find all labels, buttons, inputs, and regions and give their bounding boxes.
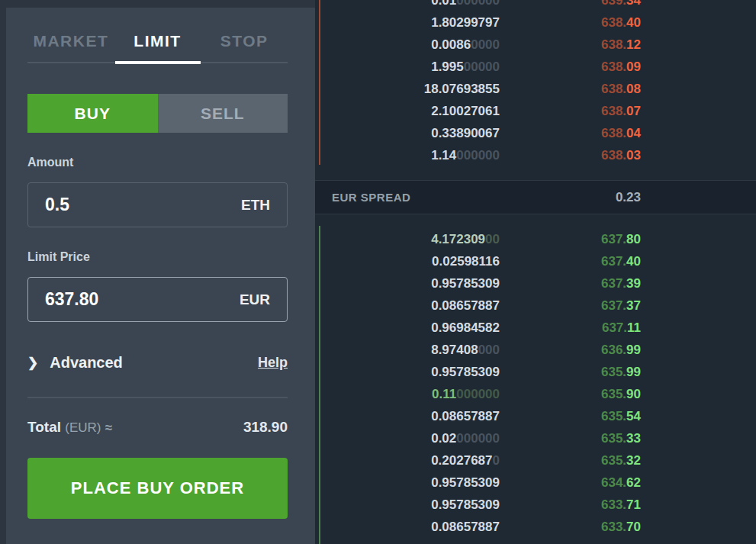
buy-button[interactable]: BUY (27, 94, 158, 133)
total-value: 318.90 (243, 419, 288, 436)
amount-field[interactable]: ETH (27, 182, 288, 227)
spread-label: EUR SPREAD (332, 191, 410, 204)
bid-row[interactable]: 4.17230900637.80 (315, 228, 756, 250)
order-form-panel: MARKET LIMIT STOP BUY SELL Amount ETH Li… (6, 8, 315, 544)
bid-row[interactable]: 0.95785309635.99 (315, 361, 756, 383)
order-size: 1.14000000 (315, 144, 500, 166)
approx-symbol: ≈ (105, 420, 112, 435)
order-size: 0.96984582 (315, 317, 500, 339)
order-size: 0.02000000 (315, 427, 500, 449)
order-price: 635.54 (500, 405, 641, 427)
place-buy-order-button[interactable]: PLACE BUY ORDER (27, 458, 288, 519)
spread-row: EUR SPREAD 0.23 (315, 180, 756, 214)
order-price: 638.03 (500, 144, 641, 166)
order-size: 0.11000000 (315, 383, 500, 405)
limit-price-unit: EUR (240, 291, 270, 308)
order-price: 638.08 (500, 78, 641, 100)
order-price: 633.70 (500, 516, 641, 538)
buy-sell-toggle: BUY SELL (27, 94, 288, 133)
order-size: 0.08657887 (315, 516, 500, 538)
order-price: 638.40 (500, 11, 641, 34)
order-size: 0.95785309 (315, 272, 500, 295)
spread-value: 0.23 (616, 190, 641, 205)
order-price: 638.09 (500, 56, 641, 78)
order-size: 0.20276870 (315, 449, 500, 472)
bid-row[interactable]: 8.97408000636.99 (315, 339, 756, 361)
amount-input[interactable] (45, 195, 241, 215)
order-type-tabs: MARKET LIMIT STOP (27, 32, 288, 50)
order-size: 0.02598116 (315, 250, 500, 272)
order-book: 0.01000000639.341.80299797638.400.008600… (315, 0, 756, 544)
bid-row[interactable]: 0.02598116637.40 (315, 250, 756, 272)
order-size: 1.99500000 (315, 56, 500, 78)
order-size: 0.08657887 (315, 295, 500, 317)
bid-row[interactable]: 0.08657887633.70 (315, 516, 756, 538)
order-size: 0.08657887 (315, 405, 500, 427)
ask-row[interactable]: 18.07693855638.08 (315, 78, 756, 100)
order-size: 0.26620003 (315, 538, 500, 544)
tab-market[interactable]: MARKET (27, 32, 114, 50)
bid-row[interactable]: 0.08657887635.54 (315, 405, 756, 427)
order-price: 635.32 (500, 449, 641, 472)
bids-list: 4.17230900637.800.02598116637.400.957853… (315, 228, 756, 544)
ask-row[interactable]: 0.01000000639.34 (315, 0, 756, 11)
order-size: 0.95785309 (315, 361, 500, 383)
sell-button[interactable]: SELL (158, 94, 288, 133)
bid-row[interactable]: 0.96984582637.11 (315, 317, 756, 339)
order-price: 635.33 (500, 427, 641, 449)
ask-row[interactable]: 0.33890067638.04 (315, 122, 756, 144)
order-price: 637.39 (500, 272, 641, 295)
bid-row[interactable]: 0.95785309633.71 (315, 494, 756, 516)
tab-stop[interactable]: STOP (201, 32, 288, 50)
tab-limit[interactable]: LIMIT (114, 32, 201, 50)
order-price: 633.11 (500, 538, 641, 544)
bid-row[interactable]: 0.26620003633.11 (315, 538, 756, 544)
order-size: 2.10027061 (315, 100, 500, 122)
ask-row[interactable]: 1.99500000638.09 (315, 56, 756, 78)
bid-row[interactable]: 0.11000000635.90 (315, 383, 756, 405)
asks-list: 0.01000000639.341.80299797638.400.008600… (315, 0, 756, 166)
total-currency: (EUR) (65, 420, 101, 435)
bid-row[interactable]: 0.20276870635.32 (315, 449, 756, 472)
order-price: 637.40 (500, 250, 641, 272)
order-price: 636.99 (500, 339, 641, 361)
order-price: 633.71 (500, 494, 641, 516)
order-size: 8.97408000 (315, 339, 500, 361)
bid-row[interactable]: 0.08657887637.37 (315, 295, 756, 317)
bid-row[interactable]: 0.95785309634.62 (315, 472, 756, 494)
order-size: 1.80299797 (315, 11, 500, 34)
limit-price-field[interactable]: EUR (27, 277, 288, 322)
help-link[interactable]: Help (258, 355, 288, 371)
order-price: 639.34 (500, 0, 641, 11)
bid-row[interactable]: 0.95785309637.39 (315, 272, 756, 295)
divider (27, 397, 288, 398)
order-price: 638.04 (500, 122, 641, 144)
bids-depth-line (319, 226, 320, 544)
order-size: 18.07693855 (315, 78, 500, 100)
amount-label: Amount (27, 156, 288, 169)
total-row: Total (EUR) ≈ 318.90 (27, 419, 288, 436)
order-size: 0.01000000 (315, 0, 500, 11)
order-price: 635.90 (500, 383, 641, 405)
advanced-label: Advanced (50, 354, 123, 372)
tab-underline-active (115, 61, 201, 64)
ask-row[interactable]: 2.10027061638.07 (315, 100, 756, 122)
limit-price-input[interactable] (45, 289, 240, 310)
amount-unit: ETH (241, 197, 270, 214)
order-price: 637.11 (500, 317, 641, 339)
order-price: 635.99 (500, 361, 641, 383)
order-price: 638.07 (500, 100, 641, 122)
order-price: 634.62 (500, 472, 641, 494)
order-size: 0.33890067 (315, 122, 500, 144)
ask-row[interactable]: 0.00860000638.12 (315, 34, 756, 56)
order-price: 638.12 (500, 34, 641, 56)
bid-row[interactable]: 0.02000000635.33 (315, 427, 756, 449)
ask-row[interactable]: 1.14000000638.03 (315, 144, 756, 166)
order-price: 637.80 (500, 228, 641, 250)
advanced-toggle[interactable]: ❯ Advanced Help (27, 354, 288, 372)
order-size: 0.95785309 (315, 494, 500, 516)
tab-underline (27, 60, 288, 64)
limit-price-label: Limit Price (27, 250, 288, 264)
total-label: Total (EUR) ≈ (27, 419, 112, 436)
ask-row[interactable]: 1.80299797638.40 (315, 11, 756, 34)
